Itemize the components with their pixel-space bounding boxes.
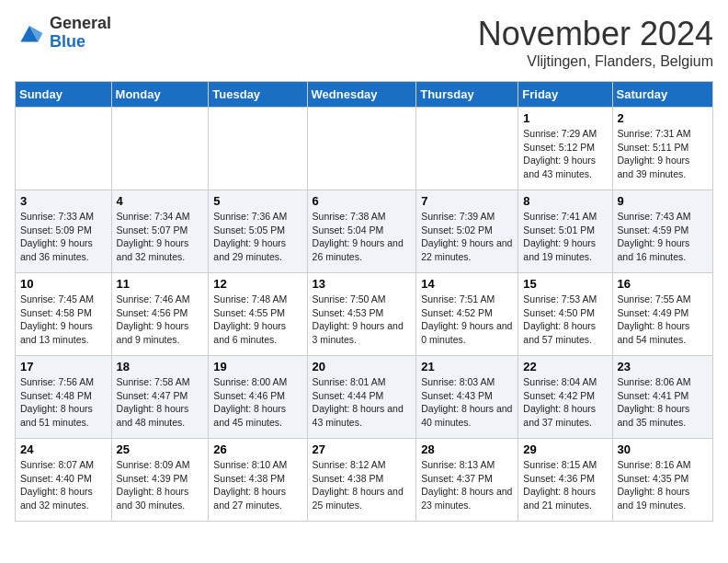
logo: General Blue — [15, 15, 111, 52]
calendar-cell — [16, 108, 112, 190]
calendar-cell: 11Sunrise: 7:46 AM Sunset: 4:56 PM Dayli… — [111, 273, 209, 356]
day-info: Sunrise: 7:46 AM Sunset: 4:56 PM Dayligh… — [117, 293, 204, 347]
calendar-cell: 6Sunrise: 7:38 AM Sunset: 5:04 PM Daylig… — [307, 190, 416, 273]
week-row-5: 24Sunrise: 8:07 AM Sunset: 4:40 PM Dayli… — [16, 439, 713, 522]
calendar-cell: 13Sunrise: 7:50 AM Sunset: 4:53 PM Dayli… — [307, 273, 416, 356]
day-number: 27 — [313, 442, 412, 456]
day-info: Sunrise: 8:03 AM Sunset: 4:43 PM Dayligh… — [421, 375, 513, 430]
calendar-cell: 9Sunrise: 7:43 AM Sunset: 4:59 PM Daylig… — [612, 190, 712, 273]
day-info: Sunrise: 7:31 AM Sunset: 5:11 PM Dayligh… — [618, 127, 708, 181]
day-number: 12 — [213, 277, 301, 291]
day-number: 5 — [213, 194, 301, 208]
day-info: Sunrise: 8:15 AM Sunset: 4:36 PM Dayligh… — [523, 458, 607, 512]
calendar-cell: 4Sunrise: 7:34 AM Sunset: 5:07 PM Daylig… — [111, 190, 209, 273]
day-number: 16 — [618, 277, 708, 291]
day-number: 26 — [213, 442, 301, 456]
day-number: 7 — [421, 194, 513, 208]
day-info: Sunrise: 7:36 AM Sunset: 5:05 PM Dayligh… — [213, 210, 301, 264]
calendar-cell: 3Sunrise: 7:33 AM Sunset: 5:09 PM Daylig… — [16, 190, 112, 273]
day-info: Sunrise: 7:51 AM Sunset: 4:52 PM Dayligh… — [421, 293, 513, 347]
day-number: 23 — [618, 360, 708, 373]
day-number: 25 — [117, 442, 204, 456]
day-number: 6 — [313, 194, 412, 208]
day-number: 18 — [117, 360, 204, 373]
calendar-cell: 21Sunrise: 8:03 AM Sunset: 4:43 PM Dayli… — [416, 356, 518, 439]
day-info: Sunrise: 8:01 AM Sunset: 4:44 PM Dayligh… — [313, 375, 412, 430]
day-info: Sunrise: 7:58 AM Sunset: 4:47 PM Dayligh… — [117, 375, 204, 430]
day-info: Sunrise: 8:07 AM Sunset: 4:40 PM Dayligh… — [20, 458, 107, 512]
day-info: Sunrise: 7:50 AM Sunset: 4:53 PM Dayligh… — [313, 293, 412, 347]
calendar-cell: 16Sunrise: 7:55 AM Sunset: 4:49 PM Dayli… — [612, 273, 712, 356]
day-info: Sunrise: 7:39 AM Sunset: 5:02 PM Dayligh… — [421, 210, 513, 264]
calendar-cell: 17Sunrise: 7:56 AM Sunset: 4:48 PM Dayli… — [16, 356, 112, 439]
day-number: 30 — [618, 442, 708, 456]
calendar-cell: 19Sunrise: 8:00 AM Sunset: 4:46 PM Dayli… — [209, 356, 307, 439]
week-row-2: 3Sunrise: 7:33 AM Sunset: 5:09 PM Daylig… — [16, 190, 713, 273]
day-number: 11 — [117, 277, 204, 291]
calendar-cell: 7Sunrise: 7:39 AM Sunset: 5:02 PM Daylig… — [416, 190, 518, 273]
day-number: 13 — [313, 277, 412, 291]
day-info: Sunrise: 7:45 AM Sunset: 4:58 PM Dayligh… — [20, 293, 107, 347]
day-info: Sunrise: 7:38 AM Sunset: 5:04 PM Dayligh… — [313, 210, 412, 264]
calendar-cell: 20Sunrise: 8:01 AM Sunset: 4:44 PM Dayli… — [307, 356, 416, 439]
day-number: 1 — [523, 111, 607, 125]
logo-blue-text: Blue — [50, 33, 111, 52]
day-number: 19 — [213, 360, 301, 373]
day-number: 10 — [20, 277, 107, 291]
calendar-cell: 14Sunrise: 7:51 AM Sunset: 4:52 PM Dayli… — [416, 273, 518, 356]
day-info: Sunrise: 8:10 AM Sunset: 4:38 PM Dayligh… — [213, 458, 301, 512]
day-info: Sunrise: 7:55 AM Sunset: 4:49 PM Dayligh… — [618, 293, 708, 347]
day-info: Sunrise: 8:16 AM Sunset: 4:35 PM Dayligh… — [618, 458, 708, 512]
calendar-cell: 29Sunrise: 8:15 AM Sunset: 4:36 PM Dayli… — [518, 439, 612, 522]
calendar-cell: 2Sunrise: 7:31 AM Sunset: 5:11 PM Daylig… — [612, 108, 712, 190]
day-number: 22 — [523, 360, 607, 373]
day-info: Sunrise: 7:41 AM Sunset: 5:01 PM Dayligh… — [523, 210, 607, 264]
calendar-cell: 10Sunrise: 7:45 AM Sunset: 4:58 PM Dayli… — [16, 273, 112, 356]
day-info: Sunrise: 7:56 AM Sunset: 4:48 PM Dayligh… — [20, 375, 107, 430]
calendar-cell: 24Sunrise: 8:07 AM Sunset: 4:40 PM Dayli… — [16, 439, 112, 522]
day-number: 24 — [20, 442, 107, 456]
month-title: November 2024 — [478, 15, 713, 53]
weekday-header-thursday: Thursday — [416, 82, 518, 108]
week-row-1: 1Sunrise: 7:29 AM Sunset: 5:12 PM Daylig… — [16, 108, 713, 190]
day-info: Sunrise: 8:13 AM Sunset: 4:37 PM Dayligh… — [421, 458, 513, 512]
day-info: Sunrise: 8:04 AM Sunset: 4:42 PM Dayligh… — [523, 375, 607, 430]
calendar-cell — [209, 108, 307, 190]
calendar-cell: 28Sunrise: 8:13 AM Sunset: 4:37 PM Dayli… — [416, 439, 518, 522]
logo-icon — [15, 18, 44, 48]
title-area: November 2024 Vlijtingen, Flanders, Belg… — [478, 15, 713, 70]
day-info: Sunrise: 8:09 AM Sunset: 4:39 PM Dayligh… — [117, 458, 204, 512]
weekday-header-friday: Friday — [518, 82, 612, 108]
calendar-cell: 23Sunrise: 8:06 AM Sunset: 4:41 PM Dayli… — [612, 356, 712, 439]
day-info: Sunrise: 7:29 AM Sunset: 5:12 PM Dayligh… — [523, 127, 607, 181]
day-number: 3 — [20, 194, 107, 208]
weekday-header-monday: Monday — [111, 82, 209, 108]
day-number: 2 — [618, 111, 708, 125]
weekday-header-sunday: Sunday — [16, 82, 112, 108]
calendar-cell: 27Sunrise: 8:12 AM Sunset: 4:38 PM Dayli… — [307, 439, 416, 522]
day-info: Sunrise: 7:33 AM Sunset: 5:09 PM Dayligh… — [20, 210, 107, 264]
day-number: 15 — [523, 277, 607, 291]
day-info: Sunrise: 8:06 AM Sunset: 4:41 PM Dayligh… — [618, 375, 708, 430]
weekday-header-row: SundayMondayTuesdayWednesdayThursdayFrid… — [16, 82, 713, 108]
day-number: 14 — [421, 277, 513, 291]
calendar-cell: 12Sunrise: 7:48 AM Sunset: 4:55 PM Dayli… — [209, 273, 307, 356]
calendar-cell: 18Sunrise: 7:58 AM Sunset: 4:47 PM Dayli… — [111, 356, 209, 439]
day-info: Sunrise: 8:12 AM Sunset: 4:38 PM Dayligh… — [313, 458, 412, 512]
weekday-header-saturday: Saturday — [612, 82, 712, 108]
location-title: Vlijtingen, Flanders, Belgium — [478, 53, 713, 70]
calendar-cell: 25Sunrise: 8:09 AM Sunset: 4:39 PM Dayli… — [111, 439, 209, 522]
day-number: 9 — [618, 194, 708, 208]
weekday-header-tuesday: Tuesday — [209, 82, 307, 108]
day-number: 28 — [421, 442, 513, 456]
day-info: Sunrise: 7:34 AM Sunset: 5:07 PM Dayligh… — [117, 210, 204, 264]
calendar-cell: 22Sunrise: 8:04 AM Sunset: 4:42 PM Dayli… — [518, 356, 612, 439]
calendar-cell — [416, 108, 518, 190]
calendar-cell: 1Sunrise: 7:29 AM Sunset: 5:12 PM Daylig… — [518, 108, 612, 190]
day-number: 29 — [523, 442, 607, 456]
day-number: 4 — [117, 194, 204, 208]
calendar-table: SundayMondayTuesdayWednesdayThursdayFrid… — [15, 81, 713, 522]
calendar-cell — [307, 108, 416, 190]
calendar-cell: 5Sunrise: 7:36 AM Sunset: 5:05 PM Daylig… — [209, 190, 307, 273]
day-number: 17 — [20, 360, 107, 373]
